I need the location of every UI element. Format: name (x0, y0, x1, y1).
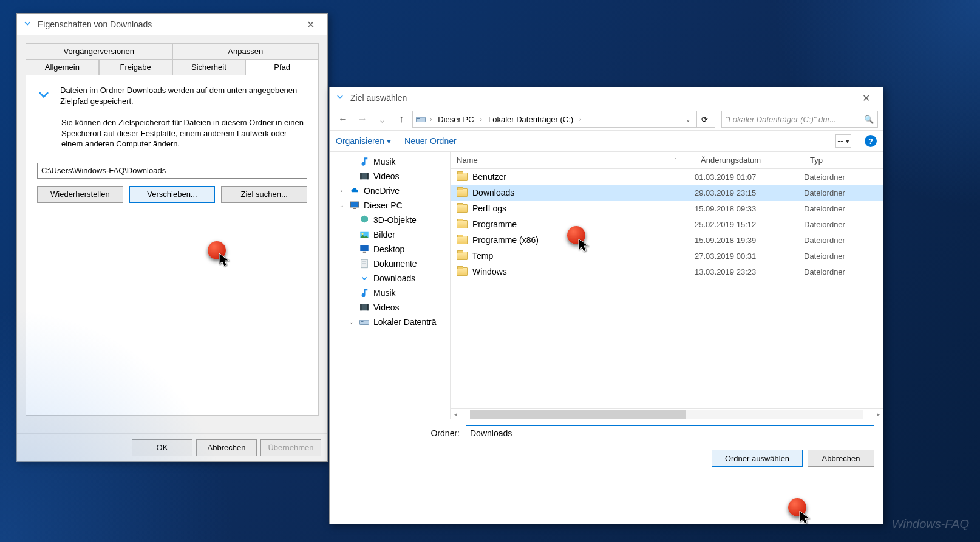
list-item[interactable]: Downloads29.03.2019 23:15Dateiordner (451, 185, 883, 201)
svg-rect-5 (350, 202, 359, 207)
move-button[interactable]: Verschieben... (129, 186, 216, 203)
refresh-icon[interactable]: ⟳ (696, 111, 712, 127)
horizontal-scrollbar[interactable]: ◂ ▸ (451, 408, 883, 419)
tab-customize[interactable]: Anpassen (172, 43, 319, 59)
tree-item[interactable]: Musik (330, 154, 450, 169)
pictures-icon (359, 229, 370, 240)
expand-icon[interactable]: ⌄ (348, 319, 355, 325)
list-header[interactable]: Name ˄ Änderungsdatum Typ (451, 152, 883, 169)
docs-icon (359, 258, 370, 269)
svg-rect-19 (361, 321, 364, 323)
tree-item[interactable]: Videos (330, 300, 450, 315)
column-type[interactable]: Typ (804, 152, 883, 168)
tree-label: Musik (373, 157, 396, 166)
chevron-right-icon[interactable]: › (429, 116, 433, 123)
expand-icon[interactable]: ⌄ (338, 202, 345, 208)
properties-dialog: Eigenschaften von Downloads ✕ Vorgängerv… (16, 13, 328, 462)
download-arrow-icon (335, 91, 345, 105)
svg-rect-16 (360, 304, 361, 311)
video-icon (359, 171, 370, 182)
ok-button[interactable]: OK (132, 439, 192, 456)
tree-item[interactable]: Videos (330, 169, 450, 184)
item-type: Dateiordner (804, 173, 883, 182)
chevron-right-icon[interactable]: › (479, 116, 483, 123)
tab-sharing[interactable]: Freigabe (99, 59, 172, 75)
nav-back-icon[interactable]: ← (335, 111, 352, 128)
nav-up-icon[interactable]: ↑ (393, 111, 410, 128)
folder-name-row: Ordner: (330, 419, 883, 446)
breadcrumb[interactable]: › Dieser PC › Lokaler Datenträger (C:) ›… (412, 111, 715, 128)
search-icon: 🔍 (864, 115, 874, 124)
cancel-button[interactable]: Abbrechen (196, 439, 257, 456)
help-icon[interactable]: ? (865, 135, 877, 147)
tree-item[interactable]: Dokumente (330, 256, 450, 271)
restore-button[interactable]: Wiederherstellen (37, 186, 123, 203)
breadcrumb-item[interactable]: Dieser PC (435, 114, 476, 125)
tab-path[interactable]: Pfad (245, 59, 319, 75)
list-item[interactable]: Programme (x86)15.09.2018 19:39Dateiordn… (451, 232, 883, 248)
list-item[interactable]: Windows13.03.2019 23:23Dateiordner (451, 264, 883, 280)
organize-menu[interactable]: Organisieren ▾ (336, 136, 391, 146)
find-target-button[interactable]: Ziel suchen... (221, 186, 307, 203)
search-input[interactable]: "Lokaler Datenträger (C:)" dur... 🔍 (721, 111, 878, 128)
tree-item[interactable]: Musik (330, 286, 450, 300)
item-name: Programme (472, 219, 517, 229)
column-date[interactable]: Änderungsdatum (695, 152, 804, 168)
folder-icon (457, 267, 468, 276)
item-name: Temp (472, 251, 493, 261)
picker-titlebar[interactable]: Ziel auswählen ✕ (330, 87, 883, 108)
column-name[interactable]: Name ˄ (451, 152, 695, 168)
item-type: Dateiordner (804, 204, 883, 213)
props-titlebar[interactable]: Eigenschaften von Downloads ✕ (17, 14, 327, 35)
tree-item[interactable]: ⌄Dieser PC (330, 198, 450, 213)
view-layout-icon[interactable]: ☷ ▾ (835, 134, 851, 148)
path-input[interactable] (37, 163, 307, 179)
tree-item[interactable]: ›OneDrive (330, 184, 450, 198)
tree-item[interactable]: 3D-Objekte (330, 213, 450, 227)
tree-label: Musik (373, 288, 396, 298)
item-date: 13.03.2019 23:23 (695, 267, 804, 276)
cancel-button[interactable]: Abbrechen (808, 450, 874, 467)
nav-recent-icon[interactable]: ⌄ (373, 111, 390, 128)
scroll-thumb[interactable] (470, 410, 686, 419)
tree-item[interactable]: Desktop (330, 242, 450, 256)
tab-previous-versions[interactable]: Vorgängerversionen (26, 43, 172, 59)
list-item[interactable]: Benutzer01.03.2019 01:07Dateiordner (451, 169, 883, 185)
nav-tree[interactable]: MusikVideos›OneDrive⌄Dieser PC3D-Objekte… (330, 152, 450, 419)
svg-rect-4 (367, 173, 369, 180)
scroll-left-icon[interactable]: ◂ (451, 411, 460, 417)
tree-label: Lokaler Datenträ (373, 317, 437, 327)
folder-name-input[interactable] (466, 425, 874, 441)
chevron-down-icon[interactable]: ⌄ (684, 116, 692, 123)
list-item[interactable]: Temp27.03.2019 00:31Dateiordner (451, 248, 883, 264)
drive-icon (359, 317, 370, 328)
download-arrow-icon (35, 85, 53, 106)
tree-item[interactable]: ⌄Lokaler Datenträ (330, 315, 450, 329)
list-item[interactable]: Programme25.02.2019 15:12Dateiordner (451, 216, 883, 232)
apply-button[interactable]: Übernehmen (260, 439, 321, 456)
close-icon[interactable]: ✕ (298, 19, 322, 30)
item-name: PerfLogs (472, 204, 506, 213)
chevron-right-icon[interactable]: › (578, 116, 582, 123)
scroll-right-icon[interactable]: ▸ (873, 411, 883, 417)
tree-label: Downloads (373, 273, 415, 283)
folder-icon (457, 252, 468, 260)
breadcrumb-item[interactable]: Lokaler Datenträger (C:) (486, 114, 576, 125)
select-folder-button[interactable]: Ordner auswählen (712, 450, 803, 467)
expand-icon[interactable]: › (338, 188, 345, 194)
music-icon (359, 156, 370, 167)
nav-forward-icon[interactable]: → (354, 111, 371, 128)
watermark: Windows-FAQ (892, 517, 969, 531)
item-name: Downloads (472, 188, 514, 197)
item-date: 29.03.2019 23:15 (695, 188, 804, 197)
tree-item[interactable]: Bilder (330, 227, 450, 242)
description-text: Sie können den Zielspeicherort für Datei… (61, 117, 310, 149)
list-item[interactable]: PerfLogs15.09.2018 09:33Dateiordner (451, 201, 883, 216)
close-icon[interactable]: ✕ (854, 92, 878, 104)
tab-general[interactable]: Allgemein (26, 59, 99, 75)
tree-label: Dieser PC (364, 201, 403, 210)
tab-security[interactable]: Sicherheit (172, 59, 246, 75)
downloads-icon (359, 273, 370, 284)
new-folder-button[interactable]: Neuer Ordner (404, 136, 457, 146)
tree-item[interactable]: Downloads (330, 271, 450, 286)
